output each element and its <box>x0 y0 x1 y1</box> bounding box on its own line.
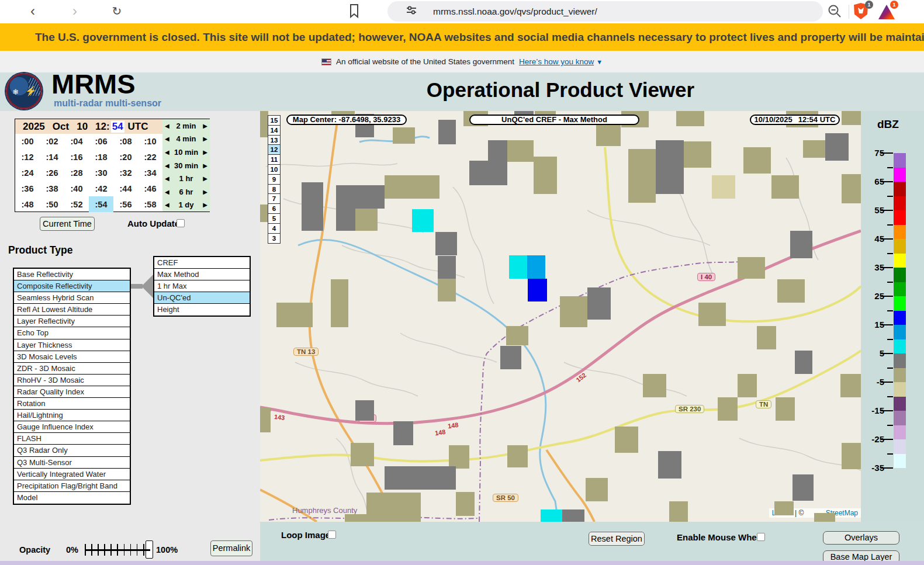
loop-image-checkbox[interactable] <box>328 531 336 539</box>
minute-cell[interactable]: :58 <box>138 196 162 212</box>
minute-cell[interactable]: :36 <box>15 181 40 196</box>
minute-cell[interactable]: :04 <box>64 134 89 150</box>
step-back-icon[interactable]: ◀ <box>165 189 169 195</box>
minute-cell[interactable]: :00 <box>15 134 40 150</box>
product-item[interactable]: FLASH <box>14 433 130 445</box>
minute-cell[interactable]: :40 <box>64 181 89 196</box>
minute-cell[interactable]: :06 <box>89 134 113 150</box>
minute-cell[interactable]: :50 <box>40 196 64 212</box>
step-back-icon[interactable]: ◀ <box>165 149 169 155</box>
opacity-slider-handle[interactable] <box>146 540 153 559</box>
reset-region-button[interactable]: Reset Region <box>589 532 645 546</box>
zoom-level-button[interactable]: 14 <box>268 126 280 136</box>
product-item[interactable]: Q3 Multi-Sensor <box>14 457 130 469</box>
back-icon[interactable]: ‹ <box>23 2 42 21</box>
step-forward-icon[interactable]: ▶ <box>203 175 207 182</box>
current-time-button[interactable]: Current Time <box>40 217 95 231</box>
zoom-level-button[interactable]: 4 <box>268 224 280 234</box>
zoom-level-button[interactable]: 8 <box>268 185 280 195</box>
zoom-level-button[interactable]: 12 <box>268 145 280 155</box>
product-item[interactable]: Seamless Hybrid Scan <box>14 292 130 304</box>
minute-cell[interactable]: :30 <box>89 165 113 181</box>
product-item[interactable]: Layer Reflectivity <box>14 316 130 327</box>
reload-icon[interactable]: ↻ <box>108 2 126 21</box>
minute-cell[interactable]: :22 <box>138 150 162 165</box>
product-item[interactable]: Vertically Integrated Water <box>14 469 130 480</box>
minute-cell[interactable]: :18 <box>89 150 113 165</box>
step-forward-icon[interactable]: ▶ <box>203 123 207 129</box>
zoom-level-button[interactable]: 10 <box>268 165 280 175</box>
product-item[interactable]: RhoHV - 3D Mosaic <box>14 375 130 386</box>
step-forward-icon[interactable]: ▶ <box>203 136 207 142</box>
brave-rewards-icon[interactable]: 1 <box>878 3 897 20</box>
step-forward-icon[interactable]: ▶ <box>203 202 207 208</box>
step-forward-icon[interactable]: ▶ <box>203 162 207 169</box>
minute-cell[interactable]: :52 <box>64 196 89 212</box>
minute-cell[interactable]: :14 <box>40 150 64 165</box>
zoom-out-icon[interactable] <box>827 4 842 21</box>
product-subitem[interactable]: 1 hr Max <box>154 280 250 292</box>
minute-cell[interactable]: :12 <box>15 150 40 165</box>
product-item[interactable]: Rotation <box>14 398 130 410</box>
step-forward-icon[interactable]: ▶ <box>203 189 207 195</box>
zoom-level-button[interactable]: 6 <box>268 204 280 214</box>
auto-update-checkbox[interactable] <box>177 219 185 227</box>
step-back-icon[interactable]: ◀ <box>165 162 169 169</box>
product-subitem[interactable]: CREF <box>154 257 250 269</box>
minute-cell[interactable]: :24 <box>15 165 40 181</box>
zoom-level-button[interactable]: 13 <box>268 136 280 145</box>
zoom-level-button[interactable]: 9 <box>268 175 280 185</box>
minute-cell[interactable]: :38 <box>40 181 64 196</box>
minute-cell[interactable]: :28 <box>64 165 89 181</box>
step-back-icon[interactable]: ◀ <box>165 175 169 182</box>
zoom-level-button[interactable]: 5 <box>268 214 280 224</box>
minute-cell[interactable]: :56 <box>113 196 138 212</box>
overlays-button[interactable]: Overlays <box>823 531 899 545</box>
product-subitem[interactable]: Un-QC'ed <box>154 292 250 304</box>
minute-cell[interactable]: :16 <box>64 150 89 165</box>
minute-cell[interactable]: :32 <box>113 165 138 181</box>
map-viewport[interactable]: TN 13I 40I 40SR 230TNSR 50 1431431481481… <box>260 111 861 522</box>
product-item[interactable]: Echo Top <box>14 327 130 339</box>
product-item[interactable]: Q3 Radar Only <box>14 445 130 456</box>
minute-cell[interactable]: :02 <box>40 134 64 150</box>
product-item[interactable]: Radar Quality Index <box>14 386 130 398</box>
zoom-level-button[interactable]: 11 <box>268 155 280 165</box>
product-item[interactable]: Composite Reflectivity <box>14 280 130 292</box>
minute-cell[interactable]: :10 <box>138 134 162 150</box>
permalink-button[interactable]: Permalink <box>210 540 252 556</box>
product-item[interactable]: 3D Mosaic Levels <box>14 351 130 363</box>
step-forward-icon[interactable]: ▶ <box>203 149 207 155</box>
minute-cell[interactable]: :44 <box>113 181 138 196</box>
minute-cell[interactable]: :34 <box>138 165 162 181</box>
step-back-icon[interactable]: ◀ <box>165 136 169 142</box>
bookmark-icon[interactable] <box>348 4 360 21</box>
forward-icon[interactable]: › <box>65 2 84 21</box>
product-item[interactable]: ZDR - 3D Mosaic <box>14 363 130 375</box>
product-subitem[interactable]: Max Method <box>154 269 250 280</box>
mouse-wheel-checkbox[interactable] <box>757 533 765 541</box>
how-you-know-link[interactable]: Here’s how you know <box>519 57 594 66</box>
minute-cell[interactable]: :46 <box>138 181 162 196</box>
minute-cell[interactable]: :20 <box>113 150 138 165</box>
product-item[interactable]: Layer Thickness <box>14 339 130 351</box>
product-subitem[interactable]: Height <box>154 304 250 316</box>
zoom-level-button[interactable]: 7 <box>268 194 280 204</box>
product-item[interactable]: Model <box>14 492 130 504</box>
url-bar[interactable]: mrms.nssl.noaa.gov/qvs/product_viewer/ <box>387 1 823 22</box>
opacity-slider[interactable] <box>85 544 150 556</box>
site-settings-icon[interactable] <box>406 5 417 18</box>
product-item[interactable]: Gauge Influence Index <box>14 421 130 433</box>
zoom-level-button[interactable]: 3 <box>268 234 280 244</box>
zoom-level-button[interactable]: 15 <box>268 116 280 126</box>
minute-cell[interactable]: :48 <box>15 196 40 212</box>
product-item[interactable]: Refl At Lowest Altitude <box>14 304 130 316</box>
minute-cell[interactable]: :54 <box>89 196 113 212</box>
product-item[interactable]: Precipitation Flag/Bright Band <box>14 480 130 492</box>
product-item[interactable]: Hail/Lightning <box>14 410 130 421</box>
step-back-icon[interactable]: ◀ <box>165 202 169 208</box>
brave-shield-icon[interactable]: 1 <box>853 2 871 20</box>
minute-cell[interactable]: :26 <box>40 165 64 181</box>
product-item[interactable]: Base Reflectivity <box>14 269 130 280</box>
step-back-icon[interactable]: ◀ <box>165 123 169 129</box>
